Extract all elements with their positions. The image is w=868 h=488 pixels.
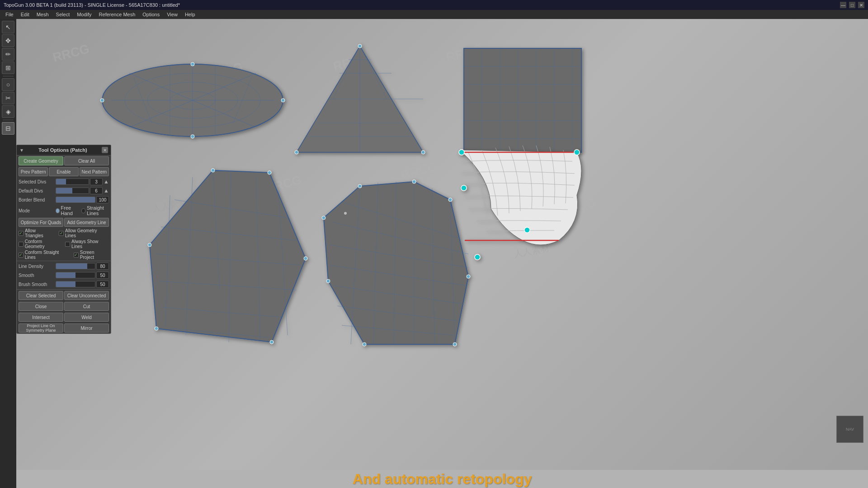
svg-line-85 (450, 200, 455, 344)
menu-file[interactable]: File (2, 10, 17, 19)
selected-divs-input[interactable] (90, 178, 103, 185)
menu-options[interactable]: Options (139, 10, 163, 19)
svg-line-27 (333, 46, 360, 99)
panel-header[interactable]: ▼ Tool Options (Patch) ✕ (17, 145, 111, 155)
menu-edit[interactable]: Edit (17, 10, 33, 19)
always-show-lines-checkbox (65, 242, 70, 247)
allow-geometry-lines-option[interactable]: ✓ Allow Geometry Lines (59, 228, 109, 238)
next-pattern-button[interactable]: Next Pattern (80, 167, 109, 176)
bottom-bar: And automatic retopology (16, 470, 868, 488)
menu-help[interactable]: Help (181, 10, 199, 19)
mode-row: Mode Free Hand Straight Lines (17, 204, 111, 217)
watermark-cn-5: 人人素材 (513, 84, 550, 102)
mode-straight-option[interactable]: Straight Lines (81, 205, 109, 216)
svg-point-71 (268, 171, 271, 174)
menu-mesh[interactable]: Mesh (33, 10, 52, 19)
border-blend-input[interactable] (96, 196, 109, 203)
brush-smooth-input[interactable] (96, 281, 109, 288)
project-line-button[interactable]: Project Line On Symmetry Plane (19, 324, 63, 333)
svg-point-94 (412, 180, 416, 183)
clear-unconnected-button[interactable]: Clear Unconnected (64, 291, 109, 300)
svg-point-92 (467, 275, 470, 278)
line-density-input[interactable] (96, 263, 109, 270)
enable-button[interactable]: Enable (49, 167, 78, 176)
maximize-button[interactable]: □ (849, 2, 855, 8)
panel-close-button[interactable]: ✕ (102, 147, 108, 153)
svg-line-53 (213, 170, 220, 290)
svg-point-89 (326, 279, 330, 283)
menu-reference-mesh[interactable]: Reference Mesh (95, 10, 139, 19)
weld-button[interactable]: Weld (64, 313, 109, 322)
tool-select[interactable]: ↖ (2, 21, 14, 33)
toolbar-separator-2 (3, 120, 14, 120)
menu-select[interactable]: Select (52, 10, 74, 19)
close-button[interactable]: ✕ (858, 2, 864, 8)
clear-all-button[interactable]: Clear All (64, 156, 109, 165)
navigator-thumbnail[interactable]: NAV (836, 416, 863, 443)
menu-view[interactable]: View (163, 10, 181, 19)
selected-divs-up[interactable]: ▲ (104, 178, 109, 185)
selected-divs-label: Selected Divs (19, 179, 55, 184)
conform-straight-option[interactable]: ✓ Conform Straight Lines (19, 250, 70, 260)
panel-collapse-icon: ▼ (19, 148, 24, 153)
line-density-fill (56, 263, 87, 269)
conform-geometry-option[interactable]: Conform Geometry (19, 239, 61, 249)
watermark-rrcg-9: RRCG (557, 195, 597, 219)
cut-button[interactable]: Cut (64, 302, 109, 311)
conform-geometry-label: Conform Geometry (25, 239, 62, 249)
svg-line-24 (297, 46, 360, 152)
prev-pattern-button[interactable]: Prev Pattern (19, 167, 48, 176)
svg-point-66 (211, 169, 215, 172)
navigator-label: NAV (846, 427, 854, 432)
brush-smooth-row: Brush Smooth (17, 280, 111, 289)
svg-line-56 (156, 254, 301, 265)
mirror-button[interactable]: Mirror (64, 324, 109, 333)
add-geometry-line-button[interactable]: Add Geometry Line (64, 218, 109, 227)
svg-line-61 (186, 177, 193, 335)
mode-freehand-label: Free Hand (61, 205, 78, 216)
smooth-slider[interactable] (56, 272, 95, 278)
tool-draw[interactable]: ✏ (2, 48, 14, 61)
svg-point-51 (475, 254, 480, 260)
svg-rect-32 (464, 48, 581, 152)
svg-point-88 (322, 216, 326, 220)
always-show-lines-option[interactable]: Always Show Lines (65, 239, 109, 249)
create-geometry-button[interactable]: Create Geometry (19, 156, 63, 165)
mode-freehand-option[interactable]: Free Hand (56, 205, 78, 216)
watermark-rrcg-2: RRCG (205, 60, 245, 83)
close-button[interactable]: Close (19, 302, 63, 311)
mode-straight-radio (81, 208, 85, 213)
brush-smooth-slider[interactable] (56, 281, 95, 287)
tool-multiline[interactable]: ⊞ (2, 61, 14, 74)
triangles-geometry-row: ✓ Allow Triangles ✓ Allow Geometry Lines (17, 228, 111, 239)
smooth-row: Smooth (17, 271, 111, 280)
optimize-quads-button[interactable]: Optimize For Quads (19, 218, 63, 227)
selected-divs-slider[interactable] (56, 178, 89, 185)
svg-marker-65 (150, 170, 306, 342)
menu-modify[interactable]: Modify (73, 10, 95, 19)
titlebar: TopoGun 3.00 BETA 1 (build 23113) - SING… (0, 0, 868, 10)
border-blend-slider[interactable] (56, 197, 95, 203)
tool-weld[interactable]: ◈ (2, 105, 14, 118)
clear-selected-button[interactable]: Clear Selected (19, 291, 63, 300)
default-divs-slider[interactable] (56, 188, 89, 194)
screen-project-option[interactable]: ✓ Screen Project (74, 250, 109, 260)
allow-triangles-option[interactable]: ✓ Allow Triangles (19, 228, 55, 238)
intersect-button[interactable]: Intersect (19, 313, 63, 322)
svg-marker-72 (324, 182, 468, 344)
svg-line-25 (360, 46, 423, 152)
tool-grid[interactable]: ⊟ (2, 122, 14, 135)
svg-point-15 (191, 62, 194, 66)
line-density-slider[interactable] (56, 263, 95, 269)
smooth-input[interactable] (96, 272, 109, 279)
smooth-fill (56, 272, 75, 278)
default-divs-input[interactable] (90, 187, 103, 194)
default-divs-up[interactable]: ▲ (104, 188, 109, 194)
tool-brush[interactable]: ○ (2, 78, 14, 91)
tool-cut[interactable]: ✂ (2, 92, 14, 104)
viewport[interactable]: RRCG RRCG RRCG RRCG RRCG RRCG RRCG RRCG … (16, 19, 868, 470)
minimize-button[interactable]: — (840, 2, 846, 8)
svg-line-8 (233, 78, 251, 123)
svg-point-31 (421, 150, 425, 154)
tool-move[interactable]: ✥ (2, 34, 14, 47)
